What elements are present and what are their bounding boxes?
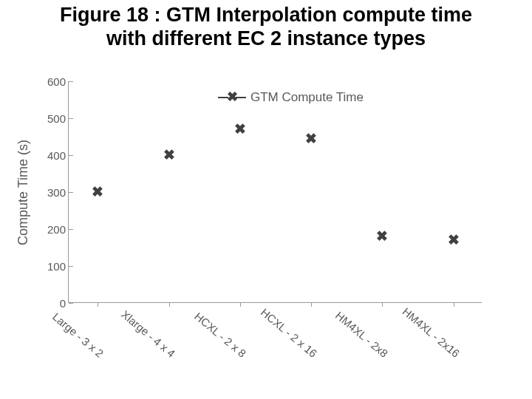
data-point: ✖ — [376, 231, 388, 242]
y-tick: 500 — [36, 112, 66, 124]
legend-series-label: GTM Compute Time — [250, 90, 364, 105]
x-tick-label: Xlarge - 4 x 4 — [119, 308, 177, 360]
x-marker-icon: ✖ — [227, 89, 238, 104]
x-tick — [311, 302, 312, 307]
y-axis-label: Compute Time (s) — [16, 81, 31, 303]
x-tick-label: HCXL - 2 x 8 — [192, 310, 248, 360]
legend-marker-icon: ✖ — [218, 90, 246, 105]
x-tick-label: HM4XL - 2x16 — [400, 305, 462, 360]
x-tick — [98, 302, 98, 307]
x-tick — [169, 302, 170, 307]
plot-region: ✖ GTM Compute Time 0100200300400500600La… — [68, 81, 482, 303]
data-point: ✖ — [305, 133, 317, 145]
data-point: ✖ — [163, 149, 175, 161]
data-point: ✖ — [448, 234, 460, 246]
x-tick-label: HCXL - 2 x 16 — [259, 306, 320, 360]
figure-page: Figure 18 : GTM Interpolation compute ti… — [0, 0, 532, 399]
x-tick-label: Large - 3 x 2 — [50, 310, 106, 360]
y-tick: 200 — [36, 223, 66, 235]
y-tick: 100 — [36, 260, 66, 272]
x-tick — [240, 302, 241, 307]
figure-title: Figure 18 : GTM Interpolation compute ti… — [0, 3, 532, 51]
x-tick-label: HM4XL - 2x8 — [333, 309, 391, 360]
chart-area: Compute Time (s) ✖ GTM Compute Time 0100… — [68, 81, 482, 362]
x-tick — [454, 302, 454, 307]
y-tick: 0 — [36, 297, 66, 309]
y-tick: 300 — [36, 186, 66, 198]
x-tick — [382, 302, 383, 307]
data-point: ✖ — [234, 123, 246, 135]
legend: ✖ GTM Compute Time — [218, 90, 364, 105]
data-point: ✖ — [92, 186, 103, 198]
y-axis-label-text: Compute Time (s) — [16, 139, 32, 245]
y-tick: 600 — [36, 75, 66, 87]
y-tick: 400 — [36, 149, 66, 161]
